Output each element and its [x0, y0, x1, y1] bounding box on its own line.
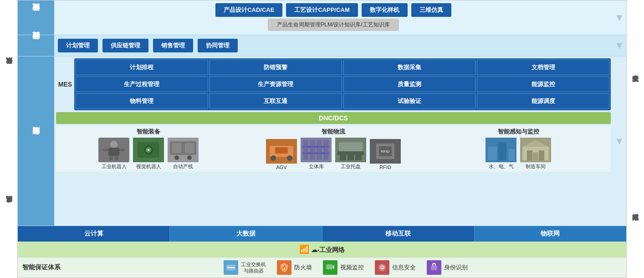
row-network: 📶 ☁-工业网络: [18, 242, 626, 257]
equip-label-agv: AGV: [276, 165, 286, 170]
network-label: ☁-工业网络: [311, 246, 345, 253]
row-mfg: 智能制造 MES 计划排程 防错预警 数据采集 文档管理 生产过程管理 生产资源…: [18, 57, 626, 226]
svg-text:🔥: 🔥: [282, 265, 287, 270]
equip-label-rfid: RFID: [379, 165, 391, 170]
equip-items-0: 工业机器人: [98, 138, 199, 170]
svg-rect-24: [303, 140, 308, 160]
svg-rect-49: [533, 152, 538, 160]
svg-point-17: [187, 155, 192, 160]
equip-label-water: 水、电、气: [489, 163, 514, 170]
biz-content: 计划管理 供应链管理 销售管理 协同管理: [54, 35, 613, 56]
mfg-arrow: ▼: [613, 57, 626, 226]
btn-plan-mgmt[interactable]: 计划管理: [58, 39, 98, 52]
equip-item-rfid: RFID RFID: [370, 139, 401, 170]
right-label-system-security: 系统安全: [627, 0, 644, 139]
factory-img: [520, 138, 551, 162]
mes-cell-5: 生产资源管理: [210, 77, 342, 92]
main-wrapper: 数据集成 系统集成 智能设计 产品设计CAD/CAE 工艺设计CAPP/CAM …: [0, 0, 644, 278]
equip-group-title-1: 智能物流: [322, 128, 345, 136]
mes-label: MES: [56, 58, 74, 110]
biz-label: 智能经营: [18, 35, 54, 56]
mes-grid: 计划排程 防错预警 数据采集 文档管理 生产过程管理 生产资源管理 质量监测 能…: [74, 58, 611, 110]
svg-rect-27: [323, 140, 329, 160]
equip-item-robot: 工业机器人: [98, 138, 129, 170]
btn-capp-cam[interactable]: 工艺设计CAPP/CAM: [286, 3, 358, 17]
guarantee-title: 智能保证体系: [22, 263, 61, 272]
network-switch-icon: [224, 260, 238, 275]
svg-rect-28: [303, 146, 329, 148]
guarantee-item-security: ⚙ 信息安全: [375, 260, 416, 275]
svg-point-11: [148, 149, 149, 151]
svg-rect-47: [527, 150, 532, 160]
svg-marker-57: [332, 265, 334, 269]
row-design: 智能设计 产品设计CAD/CAE 工艺设计CAPP/CAM 数字化样机 三维仿真…: [18, 0, 626, 35]
svg-rect-31: [337, 151, 364, 155]
svg-rect-2: [108, 148, 119, 156]
design-content: 产品设计CAD/CAE 工艺设计CAPP/CAM 数字化样机 三维仿真 产品生命…: [54, 0, 613, 35]
svg-rect-34: [355, 155, 362, 160]
water-img: [486, 138, 516, 162]
firewall-icon: 🔥: [277, 260, 291, 275]
equip-label-warehouse: 立体库: [309, 163, 324, 170]
svg-rect-41: [488, 147, 497, 160]
mes-cell-11: 能源调度: [477, 93, 609, 109]
svg-rect-15: [185, 143, 194, 153]
equip-items-1: AGV: [266, 138, 401, 170]
equip-label-pallet: 工业托盘: [341, 163, 361, 170]
rfid-img: RFID: [370, 139, 401, 164]
equip-group-logistics: 智能物流: [241, 128, 426, 170]
svg-rect-56: [326, 264, 332, 269]
row-guarantee: 智能保证体系 工业交换机与路由器 🔥 防火墙: [18, 257, 626, 278]
cloud-cell-0: 云计算: [18, 226, 170, 242]
equip-item-auto-line: 自动产线: [168, 138, 199, 170]
btn-3d-sim[interactable]: 三维仿真: [411, 3, 451, 17]
svg-point-53: [230, 267, 232, 268]
design-bottom-row: 产品生命周期管理PLM/设计知识库/工艺知识库: [58, 19, 609, 31]
left-label-data-integration: 数据集成: [0, 0, 17, 139]
svg-point-54: [233, 267, 234, 268]
mes-cell-0: 计划排程: [76, 60, 208, 75]
equip-item-agv: AGV: [266, 139, 297, 170]
biz-arrow: ▼: [613, 35, 626, 56]
identity-icon: [427, 260, 441, 275]
main-content: 智能设计 产品设计CAD/CAE 工艺设计CAPP/CAM 数字化样机 三维仿真…: [17, 0, 627, 278]
svg-point-16: [174, 155, 179, 160]
equip-row: 智能装备: [56, 126, 611, 172]
equip-label-auto-line: 自动产线: [173, 163, 193, 170]
mes-cell-10: 试验验证: [343, 93, 476, 109]
svg-point-52: [228, 267, 230, 268]
btn-digital-prototype[interactable]: 数字化样机: [362, 3, 408, 17]
video-monitor-label: 视频监控: [340, 263, 364, 272]
equip-label-vision-robot: 视觉机器人: [136, 163, 161, 170]
btn-supply-chain[interactable]: 供应链管理: [102, 39, 148, 52]
btn-cad-cae[interactable]: 产品设计CAD/CAE: [215, 3, 282, 17]
pallet-img: [335, 138, 366, 162]
mes-cell-9: 互联互通: [210, 93, 342, 109]
svg-rect-6: [115, 156, 118, 160]
equip-items-2: 水、电、气: [486, 138, 551, 170]
btn-sales-mgmt[interactable]: 销售管理: [153, 39, 193, 52]
info-security-icon: ⚙: [375, 260, 389, 275]
mes-cell-3: 文档管理: [477, 60, 609, 75]
btn-collab-mgmt[interactable]: 协同管理: [198, 39, 238, 52]
svg-rect-25: [310, 140, 315, 160]
svg-rect-5: [109, 156, 113, 160]
equip-item-water: 水、电、气: [486, 138, 516, 170]
svg-rect-29: [303, 152, 329, 154]
mes-cell-6: 质量监测: [343, 77, 476, 92]
mes-cell-2: 数据采集: [343, 60, 476, 75]
identity-label: 身份识别: [444, 263, 468, 272]
equip-item-factory: 制造车间: [520, 138, 551, 170]
svg-rect-42: [498, 142, 506, 160]
svg-rect-3: [103, 149, 108, 151]
firewall-label: 防火墙: [294, 263, 312, 272]
design-arrow: ▼: [613, 0, 626, 35]
svg-rect-14: [172, 143, 181, 153]
network-switch-label: 工业交换机与路由器: [241, 261, 266, 274]
mes-cell-1: 防错预警: [210, 60, 342, 75]
mfg-content: MES 计划排程 防错预警 数据采集 文档管理 生产过程管理 生产资源管理 质量…: [54, 57, 613, 226]
svg-text:RFID: RFID: [381, 149, 390, 154]
left-sidebar: 数据集成 系统集成: [0, 0, 17, 278]
guarantee-items: 工业交换机与路由器 🔥 防火墙 视频监控 ⚙: [70, 260, 622, 275]
equip-item-vision-robot: 视觉机器人: [133, 138, 164, 170]
